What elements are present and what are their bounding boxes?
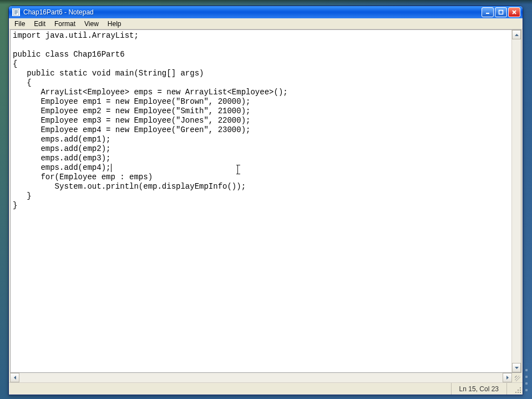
text-caret — [111, 164, 112, 172]
menubar: File Edit Format View Help — [9, 18, 523, 29]
svg-rect-6 — [499, 11, 503, 14]
maximize-icon — [498, 9, 504, 15]
svg-marker-10 — [515, 367, 519, 369]
notepad-app-icon — [12, 8, 20, 16]
svg-marker-9 — [515, 34, 519, 36]
svg-marker-11 — [14, 376, 16, 380]
minimize-icon — [485, 9, 490, 15]
vertical-scroll-track[interactable] — [512, 39, 521, 363]
chevron-left-icon — [14, 376, 16, 380]
menu-edit[interactable]: Edit — [29, 18, 50, 29]
svg-marker-12 — [506, 376, 509, 380]
scroll-left-button[interactable] — [10, 373, 19, 382]
chevron-right-icon — [506, 376, 509, 380]
menu-file[interactable]: File — [10, 18, 29, 29]
menu-help[interactable]: Help — [103, 18, 126, 29]
close-button[interactable] — [508, 7, 520, 17]
horizontal-scrollbar[interactable] — [10, 373, 512, 382]
editor-size-grip[interactable] — [512, 373, 521, 382]
titlebar[interactable]: Chap16Part6 - Notepad — [9, 6, 523, 18]
text-editor[interactable]: import java.util.ArrayList; public class… — [11, 30, 511, 372]
mouse-ibeam-cursor — [237, 165, 238, 174]
horizontal-scroll-row — [10, 373, 521, 382]
menu-view[interactable]: View — [80, 18, 103, 29]
window-controls — [482, 7, 520, 17]
horizontal-scroll-track[interactable] — [19, 373, 503, 382]
svg-rect-0 — [13, 9, 19, 16]
minimize-button[interactable] — [482, 7, 494, 17]
scroll-down-button[interactable] — [512, 363, 521, 372]
scroll-right-button[interactable] — [503, 373, 512, 382]
chevron-up-icon — [515, 34, 519, 36]
menu-format[interactable]: Format — [50, 18, 80, 29]
window-title: Chap16Part6 - Notepad — [23, 8, 482, 16]
window-size-grip[interactable] — [506, 383, 523, 395]
chevron-down-icon — [515, 367, 519, 369]
notepad-window: Chap16Part6 - Notepad File Edit Format V… — [8, 6, 523, 395]
maximize-button[interactable] — [495, 7, 507, 17]
background-tabs-blur — [0, 0, 532, 4]
scroll-up-button[interactable] — [512, 30, 521, 39]
close-icon — [511, 9, 517, 15]
editor-area: import java.util.ArrayList; public class… — [10, 29, 521, 373]
vertical-scrollbar[interactable] — [511, 30, 521, 372]
statusbar-position: Ln 15, Col 23 — [451, 383, 506, 395]
statusbar: Ln 15, Col 23 — [9, 382, 523, 395]
